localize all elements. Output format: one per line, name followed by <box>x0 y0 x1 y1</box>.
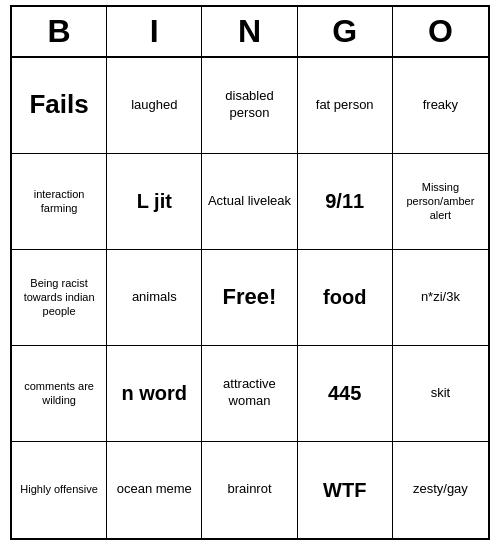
bingo-cell: zesty/gay <box>393 442 488 538</box>
bingo-cell: Highly offensive <box>12 442 107 538</box>
bingo-header-letter: G <box>298 7 393 56</box>
bingo-cell: disabled person <box>202 58 297 154</box>
bingo-header-letter: I <box>107 7 202 56</box>
bingo-cell: WTF <box>298 442 393 538</box>
bingo-cell: interaction farming <box>12 154 107 250</box>
bingo-cell: n word <box>107 346 202 442</box>
bingo-card: BINGO Failslaugheddisabled personfat per… <box>10 5 490 540</box>
bingo-grid: Failslaugheddisabled personfat personfre… <box>12 58 488 538</box>
bingo-cell: comments are wilding <box>12 346 107 442</box>
bingo-cell: brainrot <box>202 442 297 538</box>
bingo-cell: L jit <box>107 154 202 250</box>
bingo-cell: ocean meme <box>107 442 202 538</box>
bingo-header-letter: N <box>202 7 297 56</box>
bingo-cell: fat person <box>298 58 393 154</box>
bingo-cell: skit <box>393 346 488 442</box>
bingo-cell: food <box>298 250 393 346</box>
bingo-cell: Being racist towards indian people <box>12 250 107 346</box>
bingo-cell: 445 <box>298 346 393 442</box>
bingo-cell: animals <box>107 250 202 346</box>
bingo-cell: 9/11 <box>298 154 393 250</box>
bingo-cell: Actual liveleak <box>202 154 297 250</box>
bingo-header: BINGO <box>12 7 488 58</box>
bingo-cell: freaky <box>393 58 488 154</box>
bingo-header-letter: O <box>393 7 488 56</box>
bingo-cell: Fails <box>12 58 107 154</box>
bingo-cell: attractive woman <box>202 346 297 442</box>
bingo-cell: Free! <box>202 250 297 346</box>
bingo-cell: laughed <box>107 58 202 154</box>
bingo-cell: n*zi/3k <box>393 250 488 346</box>
bingo-cell: Missing person/amber alert <box>393 154 488 250</box>
bingo-header-letter: B <box>12 7 107 56</box>
